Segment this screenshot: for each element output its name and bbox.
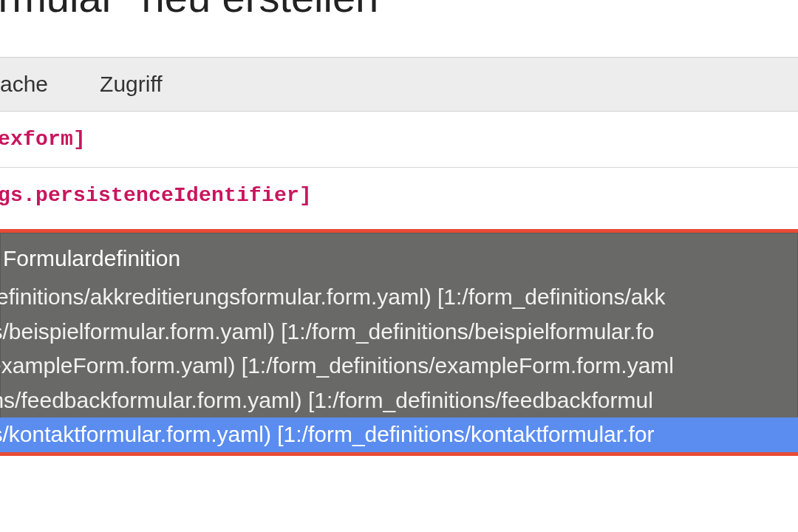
page-title: te "Formular" neu erstellen [0, 0, 798, 36]
dropdown-highlight-frame: Formulardefinition ular (1:/form_definit… [0, 229, 798, 456]
dropdown-option[interactable]: orm_definitions/beispielformular.form.ya… [0, 315, 798, 349]
field-row-persistence: ngs.persistenceIdentifier] [0, 168, 798, 223]
dropdown-option[interactable]: m_definitions/exampleForm.form.yaml) [1:… [0, 349, 798, 383]
dropdown-header: Formulardefinition [0, 243, 798, 280]
field-row-flexform: lexform] [0, 112, 798, 168]
tab-zugriff[interactable]: Zugriff [78, 58, 184, 110]
form-definition-select[interactable]: Formulardefinition ular (1:/form_definit… [0, 233, 798, 452]
dropdown-option-selected[interactable]: orm_definitions/kontaktformular.form.yam… [0, 417, 798, 452]
tab-sprache[interactable]: ache [0, 58, 70, 110]
dropdown-option[interactable]: /form_definitions/feedbackformular.form.… [0, 383, 798, 418]
tech-label-flexform: lexform] [0, 128, 86, 151]
dropdown-option[interactable]: ular (1:/form_definitions/akkreditierung… [0, 280, 798, 315]
tech-label-persistence: ngs.persistenceIdentifier] [0, 184, 312, 207]
tab-bar: ache Zugriff [0, 57, 798, 112]
